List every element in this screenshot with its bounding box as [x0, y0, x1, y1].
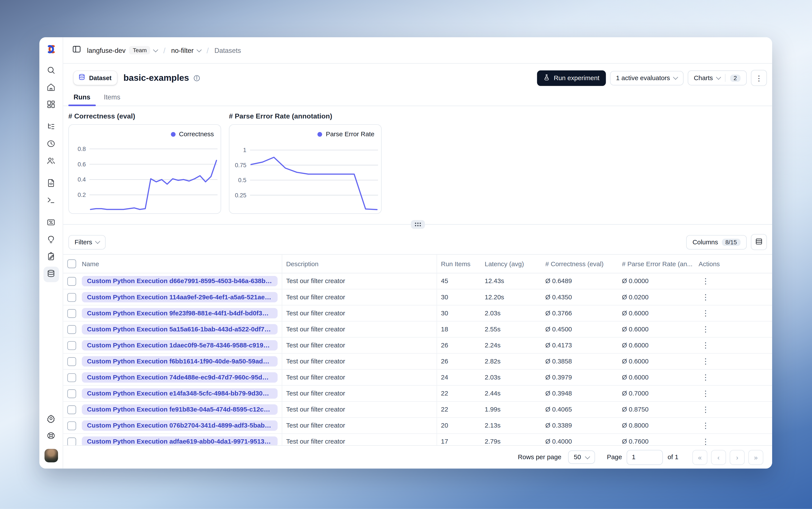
sidebar-item-datasets[interactable]: [43, 267, 59, 282]
run-correctness-avg: Ø 0.4350: [541, 289, 618, 305]
row-actions-kebab-icon[interactable]: ⋮: [699, 389, 713, 398]
run-name-link[interactable]: Custom Python Execution fe91b83e-04a5-47…: [82, 404, 277, 415]
row-actions-kebab-icon[interactable]: ⋮: [699, 437, 713, 445]
page-number-input[interactable]: [627, 450, 663, 465]
run-name-link[interactable]: Custom Python Execution 076b2704-341d-48…: [82, 420, 277, 431]
column-header-parse-error[interactable]: # Parse Error Rate (an...: [618, 255, 695, 273]
row-checkbox[interactable]: [67, 325, 76, 334]
sidebar-item-insights[interactable]: [43, 232, 59, 248]
row-checkbox[interactable]: [67, 437, 76, 445]
run-description: Test our filter creator: [282, 273, 437, 289]
sidebar-item-users[interactable]: [43, 154, 59, 169]
row-checkbox[interactable]: [67, 405, 76, 414]
column-header-run-items[interactable]: Run Items: [437, 255, 480, 273]
row-checkbox[interactable]: [67, 293, 76, 302]
table-row[interactable]: Custom Python Execution f6bb1614-1f90-40…: [63, 353, 772, 369]
table-row[interactable]: Custom Python Execution e14fa348-5cfc-49…: [63, 385, 772, 402]
user-avatar[interactable]: [44, 449, 58, 462]
sidebar-item-prompts[interactable]: [43, 176, 59, 192]
sidebar-item-annotation[interactable]: [43, 249, 59, 265]
row-checkbox[interactable]: [67, 421, 76, 430]
first-page-button[interactable]: «: [692, 450, 707, 465]
row-checkbox[interactable]: [67, 277, 76, 286]
row-actions-kebab-icon[interactable]: ⋮: [699, 309, 713, 317]
run-name-link[interactable]: Custom Python Execution 74de488e-ec9d-47…: [82, 372, 277, 383]
last-page-button[interactable]: »: [748, 450, 763, 465]
row-actions-kebab-icon[interactable]: ⋮: [699, 357, 713, 366]
chart-title: # Correctness (eval): [68, 112, 221, 120]
row-actions-kebab-icon[interactable]: ⋮: [699, 373, 713, 382]
run-name-link[interactable]: Custom Python Execution f6bb1614-1f90-40…: [82, 356, 277, 367]
breadcrumb-section[interactable]: Datasets: [214, 46, 241, 54]
run-experiment-button[interactable]: Run experiment: [537, 70, 606, 86]
column-header-name[interactable]: Name: [78, 255, 282, 273]
breadcrumb-project[interactable]: no-filter: [171, 46, 201, 54]
sidebar-item-search[interactable]: [43, 63, 59, 79]
row-actions-kebab-icon[interactable]: ⋮: [699, 325, 713, 334]
columns-button[interactable]: Columns 8/15: [686, 235, 747, 249]
charts-toggle-button[interactable]: Charts 2: [688, 70, 747, 86]
header-kebab-button[interactable]: ⋮: [751, 70, 767, 86]
table-row[interactable]: Custom Python Execution d66e7991-8595-45…: [63, 273, 772, 289]
run-name-link[interactable]: Custom Python Execution 1daec0f9-5e78-43…: [82, 340, 277, 350]
row-height-button[interactable]: [751, 234, 767, 250]
resize-grip-handle[interactable]: [411, 220, 425, 229]
active-evaluators-button[interactable]: 1 active evaluators: [610, 71, 683, 85]
terminal-icon: [46, 196, 56, 206]
sidebar-item-support[interactable]: [43, 429, 59, 444]
row-actions-kebab-icon[interactable]: ⋮: [699, 405, 713, 414]
sidebar-item-home[interactable]: [43, 80, 59, 96]
row-actions-kebab-icon[interactable]: ⋮: [699, 341, 713, 349]
row-checkbox[interactable]: [67, 341, 76, 350]
row-checkbox[interactable]: [67, 389, 76, 398]
tab-items[interactable]: Items: [99, 90, 126, 106]
table-row[interactable]: Custom Python Execution 1daec0f9-5e78-43…: [63, 337, 772, 353]
table-row[interactable]: Custom Python Execution adfae619-abb0-4d…: [63, 434, 772, 445]
sidebar-item-settings[interactable]: [43, 411, 59, 427]
table-row[interactable]: Custom Python Execution 5a15a616-1bab-44…: [63, 321, 772, 337]
search-icon: [46, 66, 56, 76]
table-row[interactable]: Custom Python Execution fe91b83e-04a5-47…: [63, 402, 772, 417]
sidebar-item-evaluation[interactable]: [43, 215, 59, 231]
row-actions-kebab-icon[interactable]: ⋮: [699, 421, 713, 430]
sidebar-item-tracing[interactable]: [43, 120, 59, 135]
column-header-description[interactable]: Description: [282, 255, 437, 273]
chart-panel: 0.250.50.751 Parse Error Rate: [229, 124, 382, 214]
svg-text:0.5: 0.5: [238, 177, 246, 183]
desktop-background: langfuse-dev Team / no-filter / Datasets: [0, 0, 812, 509]
run-name-link[interactable]: Custom Python Execution d66e7991-8595-45…: [82, 276, 277, 286]
run-name-link[interactable]: Custom Python Execution e14fa348-5cfc-49…: [82, 388, 277, 399]
table-row[interactable]: Custom Python Execution 74de488e-ec9d-47…: [63, 369, 772, 385]
table-row[interactable]: Custom Python Execution 9fe23f98-881e-44…: [63, 305, 772, 321]
row-actions-kebab-icon[interactable]: ⋮: [699, 293, 713, 302]
rows-per-page-select[interactable]: 50: [568, 450, 595, 464]
next-page-button[interactable]: ›: [730, 450, 745, 465]
table-row[interactable]: Custom Python Execution 076b2704-341d-48…: [63, 417, 772, 434]
run-latency: 2.44s: [480, 385, 541, 402]
filters-button[interactable]: Filters: [68, 235, 106, 249]
row-checkbox[interactable]: [67, 309, 76, 318]
table-controls: Filters Columns 8/15: [63, 230, 772, 254]
row-actions-kebab-icon[interactable]: ⋮: [699, 276, 713, 285]
column-header-latency[interactable]: Latency (avg): [480, 255, 541, 273]
run-name-link[interactable]: Custom Python Execution adfae619-abb0-4d…: [82, 436, 277, 445]
row-checkbox[interactable]: [67, 357, 76, 366]
row-checkbox[interactable]: [67, 373, 76, 382]
run-name-link[interactable]: Custom Python Execution 5a15a616-1bab-44…: [82, 324, 277, 334]
prev-page-button[interactable]: ‹: [711, 450, 726, 465]
column-header-correctness[interactable]: # Correctness (eval): [541, 255, 618, 273]
header-actions: Run experiment 1 active evaluators Chart…: [537, 70, 767, 86]
sidebar-item-dashboard[interactable]: [43, 97, 59, 113]
run-name-link[interactable]: Custom Python Execution 114aa9ef-29e6-4e…: [82, 292, 277, 302]
select-all-checkbox[interactable]: [67, 260, 76, 268]
run-name-link[interactable]: Custom Python Execution 9fe23f98-881e-44…: [82, 308, 277, 318]
breadcrumb-org[interactable]: langfuse-dev Team: [87, 46, 158, 54]
chevron-down-icon: [153, 47, 158, 52]
sidebar-item-sessions[interactable]: [43, 137, 59, 152]
sidebar-item-playground[interactable]: [43, 193, 59, 209]
run-parse-error-rate-avg: Ø 0.8750: [618, 402, 695, 417]
table-row[interactable]: Custom Python Execution 114aa9ef-29e6-4e…: [63, 289, 772, 305]
tab-runs[interactable]: Runs: [68, 90, 96, 106]
info-icon[interactable]: [193, 74, 200, 81]
sidebar-toggle-button[interactable]: [72, 45, 81, 56]
